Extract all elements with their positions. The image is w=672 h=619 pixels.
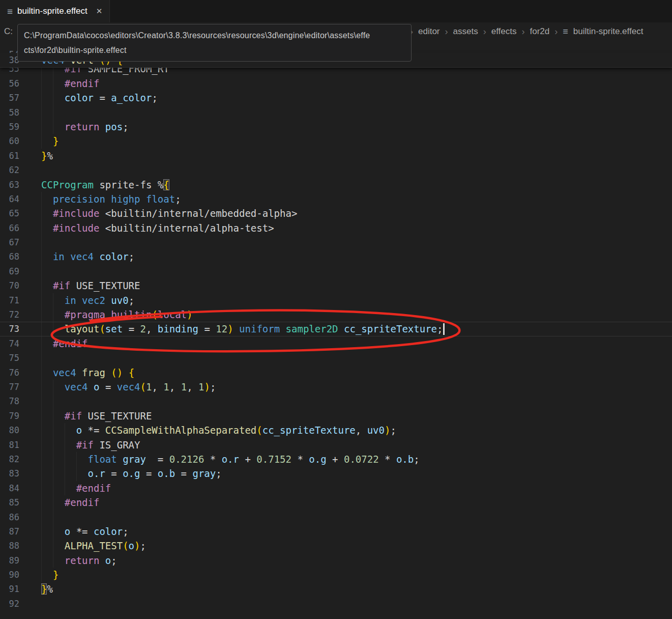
line-number[interactable]: 61: [0, 149, 19, 163]
code-line-content[interactable]: }%: [41, 582, 53, 596]
line-number[interactable]: 91: [0, 582, 19, 596]
code-line-content[interactable]: #if IS_GRAY: [41, 438, 140, 452]
line-number[interactable]: 79: [0, 409, 19, 423]
line-number[interactable]: 64: [0, 192, 19, 206]
code-line-82[interactable]: 82 float gray = 0.2126 * o.r + 0.7152 * …: [0, 452, 672, 466]
line-number[interactable]: 65: [0, 206, 19, 220]
code-line-88[interactable]: 88 ALPHA_TEST(o);: [0, 539, 672, 553]
code-line-content[interactable]: #include <builtin/internal/embedded-alph…: [41, 206, 297, 220]
line-number[interactable]: 56: [0, 76, 19, 91]
breadcrumb-item-editor[interactable]: editor: [418, 26, 440, 37]
code-line-57[interactable]: 57 color = a_color;: [0, 91, 672, 105]
code-line-86[interactable]: 86: [0, 510, 672, 524]
line-number[interactable]: 89: [0, 553, 19, 568]
code-line-content[interactable]: #if USE_TEXTURE: [41, 409, 152, 423]
line-number[interactable]: 82: [0, 452, 19, 466]
line-number[interactable]: 80: [0, 423, 19, 437]
line-number[interactable]: 69: [0, 264, 19, 278]
line-number[interactable]: 75: [0, 351, 19, 365]
code-line-70[interactable]: 70 #if USE_TEXTURE: [0, 278, 672, 293]
code-line-content[interactable]: #endif: [41, 76, 99, 91]
tab-builtin-sprite-effect[interactable]: ≡ builtin-sprite.effect ✕: [0, 0, 110, 22]
line-number[interactable]: 58: [0, 105, 19, 120]
line-number[interactable]: 84: [0, 481, 19, 495]
line-number[interactable]: 85: [0, 495, 19, 510]
code-line-content[interactable]: return o;: [41, 553, 117, 568]
code-line-69[interactable]: 69: [0, 264, 672, 278]
line-number[interactable]: 87: [0, 524, 19, 539]
code-line-content[interactable]: #if USE_TEXTURE: [41, 278, 140, 293]
breadcrumb-item-assets[interactable]: assets: [453, 26, 478, 37]
line-number[interactable]: 71: [0, 293, 19, 307]
line-number[interactable]: 76: [0, 365, 19, 380]
code-line-91[interactable]: 91}%: [0, 582, 672, 596]
code-line-content[interactable]: in vec4 color;: [41, 249, 134, 264]
code-line-77[interactable]: 77 vec4 o = vec4(1, 1, 1, 1);: [0, 380, 672, 394]
line-number[interactable]: 72: [0, 307, 19, 322]
line-number[interactable]: 68: [0, 249, 19, 264]
code-line-content[interactable]: }%: [41, 149, 53, 163]
code-line-81[interactable]: 81 #if IS_GRAY: [0, 438, 672, 452]
close-icon[interactable]: ✕: [96, 7, 103, 16]
line-number[interactable]: 59: [0, 120, 19, 134]
code-line-87[interactable]: 87 o *= color;: [0, 524, 672, 539]
code-line-58[interactable]: 58: [0, 105, 672, 120]
line-number[interactable]: 90: [0, 568, 19, 582]
code-line-90[interactable]: 90 }: [0, 568, 672, 582]
line-number[interactable]: 67: [0, 235, 19, 249]
code-line-content[interactable]: }: [41, 134, 59, 148]
line-number[interactable]: 92: [0, 597, 19, 611]
line-number[interactable]: 78: [0, 394, 19, 408]
code-line-72[interactable]: 72 #pragma builtin(local): [0, 307, 672, 322]
code-line-content[interactable]: in vec2 uv0;: [41, 293, 134, 307]
code-line-61[interactable]: 61}%: [0, 149, 672, 163]
code-line-content[interactable]: CCProgram sprite-fs %{: [41, 178, 169, 192]
line-number[interactable]: 86: [0, 510, 19, 524]
code-line-56[interactable]: 56 #endif: [0, 76, 672, 91]
code-line-59[interactable]: 59 return pos;: [0, 120, 672, 134]
code-line-62[interactable]: 62: [0, 163, 672, 177]
code-line-content[interactable]: precision highp float;: [41, 192, 181, 206]
line-number[interactable]: 66: [0, 221, 19, 235]
line-number[interactable]: 88: [0, 539, 19, 553]
code-line-content[interactable]: }: [41, 568, 59, 582]
code-line-66[interactable]: 66 #include <builtin/internal/alpha-test…: [0, 221, 672, 235]
line-number[interactable]: 73: [0, 322, 19, 336]
code-line-85[interactable]: 85 #endif: [0, 495, 672, 510]
breadcrumb-item-file[interactable]: builtin-sprite.effect: [573, 26, 644, 37]
code-line-71[interactable]: 71 in vec2 uv0;: [0, 293, 672, 307]
code-line-78[interactable]: 78: [0, 394, 672, 408]
code-line-76[interactable]: 76 vec4 frag () {: [0, 365, 672, 380]
code-line-63[interactable]: 63CCProgram sprite-fs %{: [0, 178, 672, 192]
code-line-content[interactable]: #endif: [41, 481, 111, 495]
code-line-75[interactable]: 75: [0, 351, 672, 365]
code-line-content[interactable]: o *= color;: [41, 524, 129, 539]
line-number[interactable]: 77: [0, 380, 19, 394]
code-line-83[interactable]: 83 o.r = o.g = o.b = gray;: [0, 466, 672, 481]
code-line-92[interactable]: 92: [0, 597, 672, 611]
code-line-79[interactable]: 79 #if USE_TEXTURE: [0, 409, 672, 423]
line-number[interactable]: 81: [0, 438, 19, 452]
breadcrumb-item-for2d[interactable]: for2d: [530, 26, 549, 37]
code-line-64[interactable]: 64 precision highp float;: [0, 192, 672, 206]
code-line-content[interactable]: color = a_color;: [41, 91, 158, 105]
code-line-67[interactable]: 67: [0, 235, 672, 249]
breadcrumb-drive[interactable]: C:: [4, 26, 13, 37]
code-line-73[interactable]: 73 layout(set = 2, binding = 12) uniform…: [0, 322, 672, 336]
code-line-content[interactable]: o *= CCSampleWithAlphaSeparated(cc_sprit…: [41, 423, 396, 437]
line-number[interactable]: 62: [0, 163, 19, 177]
code-line-89[interactable]: 89 return o;: [0, 553, 672, 568]
code-editor[interactable]: 54 uv0 = a_texCoord;55 #if SAMPLE_FROM_R…: [0, 41, 672, 619]
code-line-content[interactable]: ALPHA_TEST(o);: [41, 539, 146, 553]
line-number[interactable]: 70: [0, 278, 19, 293]
code-line-content[interactable]: vec4 o = vec4(1, 1, 1, 1);: [41, 380, 216, 394]
code-line-content[interactable]: o.r = o.g = o.b = gray;: [41, 466, 222, 481]
code-line-content[interactable]: #endif: [41, 336, 88, 351]
code-line-content[interactable]: #endif: [41, 495, 99, 510]
code-line-content[interactable]: #include <builtin/internal/alpha-test>: [41, 221, 274, 235]
code-line-74[interactable]: 74 #endif: [0, 336, 672, 351]
line-number[interactable]: 74: [0, 336, 19, 351]
line-number[interactable]: 83: [0, 466, 19, 481]
code-line-60[interactable]: 60 }: [0, 134, 672, 148]
code-line-65[interactable]: 65 #include <builtin/internal/embedded-a…: [0, 206, 672, 220]
